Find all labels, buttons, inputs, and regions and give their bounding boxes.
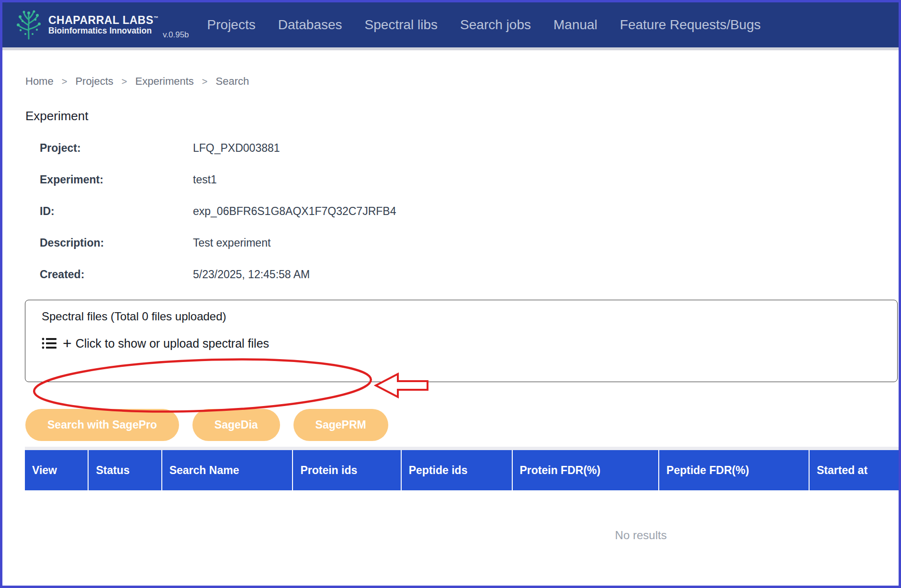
version-label: v.0.95b — [163, 30, 189, 40]
detail-row-experiment: Experiment: test1 — [40, 173, 899, 186]
column-header-status: Status — [88, 450, 161, 490]
brand-text: CHAPARRAL LABS™ Bioinformatics Innovatio… — [48, 14, 158, 35]
breadcrumb: Home > Projects > Experiments > Search — [25, 75, 899, 88]
breadcrumb-home[interactable]: Home — [25, 75, 54, 88]
detail-row-created: Created: 5/23/2025, 12:45:58 AM — [40, 268, 899, 281]
page: CHAPARRAL LABS™ Bioinformatics Innovatio… — [0, 0, 901, 588]
search-actions: Search with SagePro SageDia SagePRM — [25, 409, 899, 441]
nav-item-search-jobs[interactable]: Search jobs — [460, 17, 531, 33]
detail-label: Project: — [40, 142, 193, 155]
brand-subtitle: Bioinformatics Innovation — [48, 26, 158, 35]
brand[interactable]: CHAPARRAL LABS™ Bioinformatics Innovatio… — [15, 9, 189, 41]
brand-name: CHAPARRAL LABS™ — [48, 14, 158, 26]
search-with-sagepro-button[interactable]: Search with SagePro — [25, 409, 179, 441]
breadcrumb-separator: > — [62, 76, 68, 87]
top-navbar: CHAPARRAL LABS™ Bioinformatics Innovatio… — [2, 2, 899, 50]
spectral-files-toggle[interactable]: + Click to show or upload spectral files — [42, 336, 269, 351]
page-title: Experiment — [25, 109, 899, 124]
table-header-row: View Status Search Name Protein ids Pept… — [25, 450, 899, 490]
bulleted-list-icon — [42, 337, 57, 350]
column-header-search-name: Search Name — [161, 450, 293, 490]
nav-item-databases[interactable]: Databases — [278, 17, 342, 33]
chaparral-tree-logo-icon — [15, 9, 43, 41]
spectral-files-toggle-label: Click to show or upload spectral files — [76, 337, 269, 351]
nav-links: Projects Databases Spectral libs Search … — [207, 17, 761, 33]
experiment-details: Project: LFQ_PXD003881 Experiment: test1… — [25, 142, 899, 281]
nav-item-manual[interactable]: Manual — [553, 17, 597, 33]
sagedia-button[interactable]: SageDia — [192, 409, 280, 441]
nav-item-feature-requests[interactable]: Feature Requests/Bugs — [620, 17, 761, 33]
breadcrumb-projects[interactable]: Projects — [75, 75, 113, 88]
detail-value: LFQ_PXD003881 — [193, 142, 280, 155]
column-header-peptide-fdr: Peptide FDR(%) — [658, 450, 809, 490]
breadcrumb-separator: > — [202, 76, 208, 87]
detail-label: Description: — [40, 237, 193, 249]
detail-value: 5/23/2025, 12:45:58 AM — [193, 268, 310, 281]
breadcrumb-search: Search — [216, 75, 249, 88]
detail-value: exp_06BFR6S1G8AQX1F7Q32C7JRFB4 — [193, 205, 396, 218]
detail-value: Test experiment — [193, 237, 270, 249]
column-header-protein-ids: Protein ids — [292, 450, 400, 490]
main-content: Home > Projects > Experiments > Search E… — [2, 75, 899, 441]
detail-value: test1 — [193, 173, 217, 186]
column-header-started-at: Started at — [809, 450, 899, 490]
table-body: No results — [25, 490, 899, 562]
detail-row-description: Description: Test experiment — [40, 237, 899, 249]
detail-label: Created: — [40, 268, 193, 281]
sageprm-button[interactable]: SagePRM — [293, 409, 388, 441]
detail-row-id: ID: exp_06BFR6S1G8AQX1F7Q32C7JRFB4 — [40, 205, 899, 218]
breadcrumb-separator: > — [122, 76, 127, 87]
spectral-files-title: Spectral files (Total 0 files uploaded) — [42, 310, 897, 323]
no-results-text: No results — [615, 529, 667, 542]
detail-label: Experiment: — [40, 173, 193, 186]
column-header-protein-fdr: Protein FDR(%) — [512, 450, 659, 490]
spectral-files-panel: Spectral files (Total 0 files uploaded) … — [25, 300, 898, 382]
column-header-peptide-ids: Peptide ids — [401, 450, 512, 490]
trademark-symbol: ™ — [154, 15, 159, 21]
detail-label: ID: — [40, 205, 193, 218]
nav-item-projects[interactable]: Projects — [207, 17, 256, 33]
detail-row-project: Project: LFQ_PXD003881 — [40, 142, 899, 155]
search-results-table: View Status Search Name Protein ids Pept… — [25, 447, 899, 562]
breadcrumb-experiments[interactable]: Experiments — [135, 75, 194, 88]
nav-item-spectral-libs[interactable]: Spectral libs — [365, 17, 438, 33]
plus-icon: + — [63, 336, 72, 351]
column-header-view: View — [25, 450, 88, 490]
